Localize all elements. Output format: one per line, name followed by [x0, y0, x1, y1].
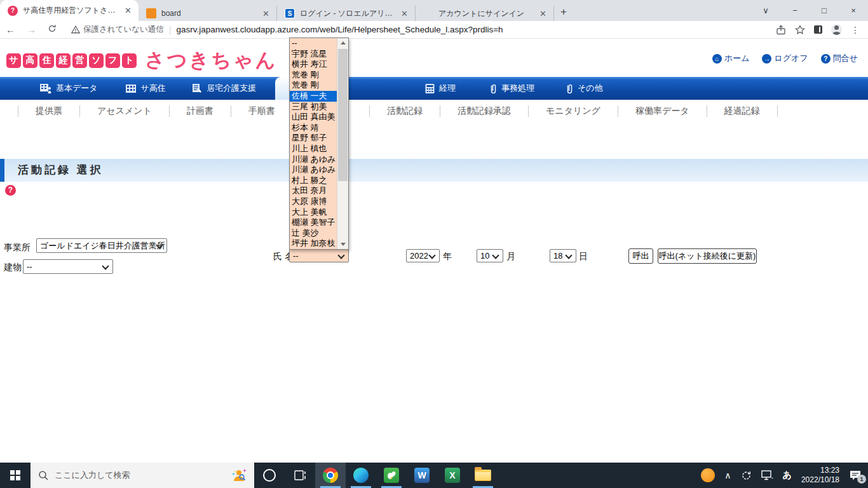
ime-indicator[interactable]: あ	[783, 470, 792, 481]
taskbar-clock[interactable]: 13:23 2022/10/18	[801, 466, 839, 485]
dropdown-option[interactable]: 坪井 加奈枝	[290, 238, 337, 249]
help-icon[interactable]: ?	[5, 185, 16, 196]
dropdown-option[interactable]: 大上 美帆	[290, 207, 337, 218]
subnav-item-katsudo-shonin[interactable]: 活動記録承認	[440, 105, 528, 117]
subnav-item-katsudo-kiroku[interactable]: 活動記録	[370, 105, 440, 117]
taskbar-word[interactable]: W	[407, 463, 437, 488]
dropdown-option[interactable]: 佐橋 一夫	[290, 91, 337, 102]
dropdown-option[interactable]: 棚瀬 美智子	[290, 217, 337, 228]
tab-close-icon[interactable]: ✕	[261, 9, 271, 18]
name-select[interactable]: --	[289, 249, 349, 262]
browser-tab-soloel[interactable]: S ログイン - ソロエルアリーナ Powerd b ✕	[277, 6, 416, 21]
dropdown-option[interactable]: 辻 美沙	[290, 228, 337, 239]
month-select[interactable]: 10	[477, 249, 503, 262]
dropdown-option[interactable]: --	[290, 38, 337, 49]
main-nav: 基本データ サ高住 居宅介護支援 訪問介護 経理 事務処理 その他	[0, 77, 868, 100]
hidden-icons-chevron[interactable]: ∧	[724, 470, 731, 480]
taskbar-chrome[interactable]	[315, 463, 346, 488]
dropdown-option[interactable]: 山田 真由美	[290, 112, 337, 123]
cortana-button[interactable]	[254, 463, 285, 488]
nav-item-basic-data[interactable]: 基本データ	[39, 83, 98, 94]
back-icon[interactable]: ←	[6, 24, 15, 35]
subnav-item-kadoritsu[interactable]: 稼働率データ	[618, 105, 707, 117]
board-favicon-icon	[146, 8, 156, 18]
reload-icon[interactable]	[48, 24, 57, 35]
office-select[interactable]: ゴールドエイジ春日井介護営業所	[36, 238, 167, 253]
subnav-separator	[777, 105, 778, 117]
nav-item-sonota[interactable]: その他	[565, 83, 603, 95]
scrollbar-thumb[interactable]	[338, 49, 348, 181]
dropdown-option[interactable]: 三尾 初美	[290, 102, 337, 112]
bookmark-star-icon[interactable]	[795, 25, 805, 35]
dropdown-option[interactable]: 荒巻 剛	[290, 80, 337, 91]
day-select[interactable]: 18	[550, 249, 576, 262]
dropdown-option[interactable]: 川瀬 あゆみ	[290, 165, 337, 175]
browser-tab-signin[interactable]: アカウントにサインイン ✕	[416, 6, 554, 21]
tab-close-icon[interactable]: ✕	[399, 9, 410, 18]
dropdown-option[interactable]: 川上 槙也	[290, 144, 337, 154]
window-menu-icon[interactable]: ∨	[751, 0, 780, 21]
taskbar-file-explorer[interactable]	[468, 463, 498, 488]
logo-badge: ト	[122, 53, 137, 68]
dropdown-option[interactable]: 大原 康博	[290, 196, 337, 207]
year-select[interactable]: 2022	[406, 249, 440, 262]
subnav-item-assessment[interactable]: アセスメント	[80, 105, 169, 117]
edge-icon	[353, 468, 369, 483]
url-text[interactable]: gasrv.japanwest.cloudapp.azure.com/web/L…	[176, 25, 503, 34]
tab-close-icon[interactable]: ✕	[123, 6, 133, 15]
profile-avatar-icon[interactable]	[831, 24, 842, 35]
window-close-icon[interactable]: ×	[839, 0, 868, 21]
dropdown-option[interactable]: 星野 郁子	[290, 133, 337, 144]
system-tray: ∧ あ 13:23 2022/10/18 1	[701, 463, 868, 488]
call-button[interactable]: 呼出	[628, 248, 653, 264]
inquiry-link[interactable]: ? 問合せ	[821, 53, 858, 64]
side-panel-icon[interactable]	[814, 25, 822, 34]
nav-item-jimu[interactable]: 事務処理	[489, 83, 534, 95]
taskbar-excel[interactable]: X	[437, 463, 468, 488]
subnav-item-keika-kiroku[interactable]: 経過記録	[707, 105, 777, 117]
subnav-item-tejunsho[interactable]: 手順書	[231, 105, 292, 117]
security-warning[interactable]: 保護されていない通信	[71, 24, 164, 35]
nav-item-keiri[interactable]: 経理	[424, 83, 456, 94]
share-icon[interactable]	[776, 25, 786, 35]
forward-icon[interactable]: →	[27, 24, 36, 35]
nav-item-sakoju[interactable]: サ高住	[125, 83, 166, 94]
subnav-item-keikakusho[interactable]: 計画書	[170, 105, 231, 117]
browser-tab-satsuki[interactable]: ? サ高住専用経営ソフトさつきちゃん ✕	[0, 0, 139, 21]
home-link[interactable]: ⌂ ホーム	[712, 53, 750, 64]
task-view-button[interactable]	[285, 463, 315, 488]
browser-menu-icon[interactable]: ⋮	[851, 25, 860, 35]
dropdown-option[interactable]: 杉本 靖	[290, 123, 337, 133]
new-tab-button[interactable]: +	[560, 6, 567, 18]
window-minimize-icon[interactable]: −	[780, 0, 810, 21]
dropdown-option[interactable]: 横井 寿江	[290, 59, 337, 70]
search-highlights-icon[interactable]	[231, 468, 247, 483]
month-select-value: 10	[480, 251, 489, 261]
taskbar-satsuki-app[interactable]	[376, 463, 407, 488]
dropdown-scrollbar[interactable]	[337, 38, 348, 249]
taskbar-search[interactable]: ここに入力して検索	[31, 463, 254, 488]
logoff-link[interactable]: → ログオフ	[762, 53, 808, 64]
dropdown-option[interactable]: 太田 奈月	[290, 186, 337, 196]
notification-center-button[interactable]: 1	[849, 470, 862, 481]
start-button[interactable]	[0, 463, 31, 488]
sync-icon[interactable]	[741, 470, 752, 481]
browser-tab-strip: ? サ高住専用経営ソフトさつきちゃん ✕ board ✕ S ログイン - ソロ…	[0, 0, 868, 21]
scroll-up-icon[interactable]	[337, 38, 348, 48]
tray-app-orange-icon[interactable]	[701, 468, 715, 482]
browser-tab-board[interactable]: board ✕	[139, 6, 277, 21]
dropdown-option[interactable]: 村上 勝之	[290, 175, 337, 186]
call-net-update-button[interactable]: 呼出(ネット接続後に更新)	[658, 248, 757, 264]
window-restore-icon[interactable]: □	[810, 0, 839, 21]
subnav-item-monitoring[interactable]: モニタリング	[529, 105, 618, 117]
subnav-item-teikyohyo[interactable]: 提供票	[18, 105, 79, 117]
tab-close-icon[interactable]: ✕	[538, 9, 548, 18]
building-select[interactable]: --	[23, 259, 113, 274]
dropdown-option[interactable]: 川瀬 あゆみ	[290, 154, 337, 165]
scroll-down-icon[interactable]	[337, 240, 348, 249]
network-icon[interactable]	[761, 470, 773, 480]
dropdown-option[interactable]: 荒巻 剛	[290, 70, 337, 81]
taskbar-edge[interactable]	[346, 463, 376, 488]
dropdown-option[interactable]: 宇野 流星	[290, 49, 337, 60]
nav-item-kyotaku[interactable]: 居宅介護支援	[191, 83, 256, 94]
